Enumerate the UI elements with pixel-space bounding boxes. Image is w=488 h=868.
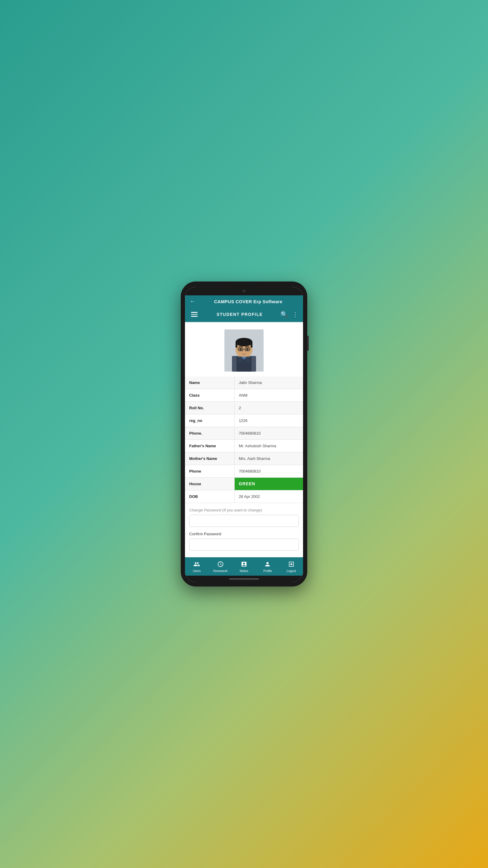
- field-value: Mr. Ashutosh Sharma: [235, 440, 303, 452]
- nav-icon-notice: [241, 561, 247, 568]
- field-label: Class: [185, 389, 235, 401]
- table-row: ClassANM: [185, 389, 303, 402]
- change-password-hint: (If you want to change): [222, 508, 262, 513]
- svg-point-15: [246, 348, 249, 350]
- svg-rect-8: [251, 342, 253, 347]
- field-label: reg_no: [185, 414, 235, 427]
- camera-bar: [185, 287, 303, 296]
- search-icon[interactable]: 🔍: [281, 311, 288, 317]
- field-value: 7004680810: [235, 427, 303, 439]
- table-row: HouseGREEN: [185, 478, 303, 490]
- field-label: Mother's Name: [185, 453, 235, 465]
- phone-device: ← CAMPUS COVER Erp Software STUDENT PROF…: [181, 281, 307, 587]
- field-label: DOB: [185, 490, 235, 503]
- field-label: Phone: [185, 465, 235, 477]
- field-label: Name: [185, 376, 235, 389]
- sub-header: STUDENT PROFILE 🔍 ⋮: [185, 308, 303, 322]
- profile-photo-container: [185, 322, 303, 376]
- bottom-navigation: UsersHomeworkNoticeProfileLogout: [185, 557, 303, 576]
- table-row: NameJatin Sharma: [185, 376, 303, 389]
- phone-screen: ← CAMPUS COVER Erp Software STUDENT PROF…: [185, 287, 303, 582]
- side-button: [307, 336, 309, 351]
- svg-point-14: [239, 348, 242, 350]
- back-button[interactable]: ←: [190, 299, 195, 305]
- profile-photo: [224, 330, 264, 372]
- title-bar: ← CAMPUS COVER Erp Software: [185, 296, 303, 308]
- change-password-section: Change Password (If you want to change): [185, 503, 303, 529]
- nav-item-homework[interactable]: Homework: [208, 560, 232, 574]
- table-row: DOB28 Apr 2002: [185, 490, 303, 503]
- nav-item-logout[interactable]: Logout: [280, 560, 303, 574]
- nav-item-profile[interactable]: Profile: [256, 560, 279, 574]
- field-value: Mrs. Aarti Sharma: [235, 453, 303, 465]
- field-label: Father's Name: [185, 440, 235, 452]
- confirm-password-input[interactable]: [189, 538, 299, 551]
- field-value: 7004680810: [235, 465, 303, 477]
- more-options-icon[interactable]: ⋮: [292, 311, 298, 317]
- field-value: GREEN: [235, 478, 303, 490]
- content-area: NameJatin SharmaClassANMRoll No.2reg_no1…: [185, 322, 303, 557]
- nav-label-homework: Homework: [213, 569, 228, 572]
- confirm-password-section: Confirm Password: [185, 529, 303, 554]
- field-value: 2: [235, 402, 303, 414]
- nav-label-logout: Logout: [287, 569, 296, 572]
- page-title: STUDENT PROFILE: [199, 312, 281, 317]
- camera-dot: [242, 290, 246, 293]
- nav-label-users: Users: [193, 569, 201, 572]
- confirm-password-label: Confirm Password: [189, 532, 299, 536]
- field-label: Phone.: [185, 427, 235, 439]
- nav-item-notice[interactable]: Notice: [232, 560, 256, 574]
- home-indicator: [185, 576, 303, 582]
- nav-label-profile: Profile: [263, 569, 272, 572]
- hamburger-line-2: [191, 314, 198, 315]
- field-value: Jatin Sharma: [235, 376, 303, 389]
- svg-rect-7: [235, 342, 237, 347]
- table-row: Roll No.2: [185, 402, 303, 414]
- nav-icon-users: [193, 561, 200, 568]
- table-row: Phone7004680810: [185, 465, 303, 478]
- nav-icon-homework: [217, 561, 224, 568]
- field-label: House: [185, 478, 235, 490]
- hamburger-menu[interactable]: [190, 311, 199, 318]
- header-icons: 🔍 ⋮: [281, 311, 298, 317]
- app-title: CAMPUS COVER Erp Software: [198, 299, 298, 304]
- svg-point-6: [235, 338, 253, 346]
- hamburger-line-1: [191, 312, 198, 313]
- hamburger-line-3: [191, 316, 198, 317]
- nav-icon-profile: [264, 561, 271, 568]
- field-value: 1226: [235, 414, 303, 427]
- table-row: Phone.7004680810: [185, 427, 303, 440]
- home-bar: [229, 578, 259, 580]
- table-row: reg_no1226: [185, 414, 303, 427]
- field-label: Roll No.: [185, 402, 235, 414]
- info-section: NameJatin SharmaClassANMRoll No.2reg_no1…: [185, 376, 303, 503]
- nav-item-users[interactable]: Users: [185, 560, 208, 574]
- field-value: 28 Apr 2002: [235, 490, 303, 503]
- student-photo-svg: [224, 330, 264, 372]
- table-row: Mother's NameMrs. Aarti Sharma: [185, 453, 303, 465]
- table-row: Father's NameMr. Ashutosh Sharma: [185, 440, 303, 453]
- change-password-input[interactable]: [189, 515, 299, 527]
- nav-icon-logout: [288, 561, 295, 568]
- field-value: ANM: [235, 389, 303, 401]
- change-password-label: Change Password (If you want to change): [189, 508, 299, 513]
- nav-label-notice: Notice: [240, 569, 248, 572]
